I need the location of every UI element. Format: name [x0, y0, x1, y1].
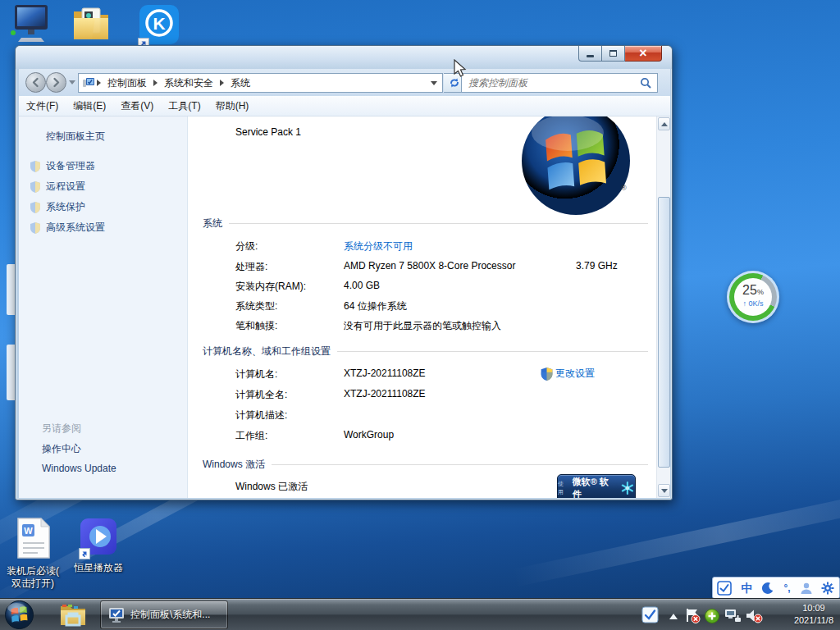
fullwidth-moon-icon[interactable] [761, 582, 774, 595]
breadcrumb-control-panel[interactable]: 控制面板 [103, 76, 152, 90]
svg-text:K: K [153, 14, 165, 33]
taskbar-active-task[interactable]: 控制面板\系统和... [100, 600, 228, 629]
search-input[interactable] [462, 77, 640, 89]
processor-label: 处理器: [235, 260, 267, 274]
folder-icon [71, 3, 113, 48]
rating-label: 分级: [235, 240, 258, 253]
window-titlebar[interactable] [16, 46, 672, 69]
breadcrumb-separator[interactable] [220, 80, 224, 86]
input-method-logo-icon[interactable] [717, 581, 732, 596]
computer-name-label: 计算机名: [235, 368, 277, 381]
k-app-icon: K [138, 3, 180, 49]
recent-pages-dropdown[interactable] [69, 80, 75, 84]
genuine-software-badge[interactable]: 使用 微软® 软件 [557, 474, 636, 498]
taskbar-explorer-button[interactable] [59, 602, 87, 630]
rating-link[interactable]: 系统分级不可用 [344, 240, 413, 253]
start-button[interactable] [4, 600, 34, 630]
gear-icon[interactable] [821, 582, 834, 595]
language-bar: 中 °, [712, 577, 840, 599]
genuine-star-icon [620, 481, 635, 495]
volume-muted-icon[interactable] [745, 608, 763, 624]
back-button[interactable] [25, 72, 46, 93]
punctuation-toggle[interactable]: °, [783, 583, 790, 593]
scroll-up-button[interactable] [658, 117, 670, 130]
scroll-down-button[interactable] [658, 484, 670, 497]
pen-touch-label: 笔和触摸: [235, 319, 277, 333]
system-info-content: Service Pack 1 ® [188, 116, 656, 498]
sidebar-item-remote-settings[interactable]: 远程设置 [46, 180, 85, 194]
breadcrumb-system[interactable]: 系统 [226, 76, 255, 90]
user-icon[interactable] [800, 582, 813, 595]
show-hidden-icons-button[interactable] [669, 614, 678, 619]
computer-description-label: 计算机描述: [235, 409, 287, 422]
explorer-folder-icon [59, 602, 87, 628]
desktop-icon-folder[interactable] [61, 3, 123, 48]
full-computer-name-value: XTZJ-20211108ZE [344, 388, 426, 399]
sidebar-item-advanced-settings[interactable]: 高级系统设置 [46, 221, 105, 235]
sidebar-item-action-center[interactable]: 操作中心 [42, 442, 81, 456]
section-header-system: 系统 [203, 217, 648, 231]
menu-edit[interactable]: 编辑(E) [66, 99, 113, 113]
change-settings-link[interactable]: 更改设置 [541, 367, 595, 381]
widget-speed: 0K/s [749, 299, 764, 308]
minimize-button[interactable] [578, 46, 602, 62]
full-computer-name-label: 计算机全名: [235, 388, 287, 402]
system-control-panel-window: × 控制面板 系统和安全 系统 [15, 45, 673, 500]
sidebar-item-control-panel-home[interactable]: 控制面板主页 [46, 130, 105, 144]
desktop-icon-computer[interactable] [0, 2, 62, 48]
hidden-desktop-icon-sliver [7, 345, 15, 400]
section-header-computer-name: 计算机名称、域和工作组设置 [203, 345, 648, 358]
scroll-thumb[interactable] [658, 197, 670, 468]
menu-view[interactable]: 查看(V) [113, 99, 161, 113]
widget-percent: 25 [742, 283, 757, 297]
workgroup-value: WorkGroup [344, 429, 394, 441]
speed-widget[interactable]: 25% ↑ 0K/s [727, 271, 779, 323]
forward-button[interactable] [46, 72, 66, 93]
antivirus-tray-icon[interactable] [704, 608, 720, 624]
activation-status: Windows 已激活 [235, 480, 308, 494]
vertical-scrollbar[interactable] [656, 116, 670, 498]
processor-speed: 3.79 GHz [576, 260, 618, 272]
tray-input-indicator-icon[interactable] [641, 606, 659, 623]
chinese-mode-toggle[interactable]: 中 [741, 582, 752, 594]
icon-label: 装机后必读( [2, 565, 64, 578]
svg-text:W: W [24, 526, 33, 536]
taskbar-clock[interactable]: 10:09 2021/11/8 [794, 602, 833, 627]
clock-time: 10:09 [794, 602, 833, 614]
action-center-flag-icon[interactable] [684, 608, 701, 623]
player-icon [79, 517, 118, 559]
maximize-button[interactable] [602, 46, 625, 62]
maximize-icon [609, 50, 617, 57]
sidebar-item-device-manager[interactable]: 设备管理器 [46, 159, 95, 173]
search-box[interactable] [461, 73, 658, 93]
desktop-icon-k-player[interactable]: K [128, 3, 190, 49]
start-orb-icon [4, 600, 34, 630]
uac-shield-icon [30, 161, 40, 172]
breadcrumb-separator[interactable] [153, 80, 158, 86]
menu-file[interactable]: 文件(F) [19, 99, 66, 113]
workgroup-label: 工作组: [235, 429, 267, 443]
windows-logo [520, 116, 632, 217]
pen-touch-value: 没有可用于此显示器的笔或触控输入 [344, 319, 501, 333]
shortcut-arrow-icon [79, 548, 90, 559]
desktop-icon-readme[interactable]: W 装机后必读( 双击打开) [2, 517, 64, 590]
breadcrumb-system-security[interactable]: 系统和安全 [159, 76, 218, 90]
service-pack-text: Service Pack 1 [235, 126, 301, 138]
menu-bar: 文件(F) 编辑(E) 查看(V) 工具(T) 帮助(H) [19, 96, 670, 116]
menu-help[interactable]: 帮助(H) [208, 99, 257, 113]
network-tray-icon[interactable] [724, 608, 742, 623]
address-dropdown[interactable] [426, 81, 442, 85]
computer-icon [10, 2, 52, 48]
desktop-icon-star-player[interactable]: 恒星播放器 [67, 517, 130, 574]
breadcrumb-separator[interactable] [97, 80, 101, 86]
close-icon: × [639, 46, 646, 61]
sidebar: 控制面板主页 设备管理器 远程设置 系统保护 高级系统设置 另请参阅 操作中心 … [19, 116, 188, 498]
menu-tools[interactable]: 工具(T) [161, 99, 208, 113]
icon-label: 双击打开) [2, 578, 64, 590]
sidebar-item-windows-update[interactable]: Windows Update [42, 463, 116, 474]
system-type-label: 系统类型: [235, 299, 277, 313]
sidebar-item-system-protection[interactable]: 系统保护 [46, 200, 85, 214]
close-button[interactable]: × [625, 46, 662, 62]
address-bar[interactable]: 控制面板 系统和安全 系统 [78, 73, 443, 93]
search-icon[interactable] [640, 77, 652, 89]
